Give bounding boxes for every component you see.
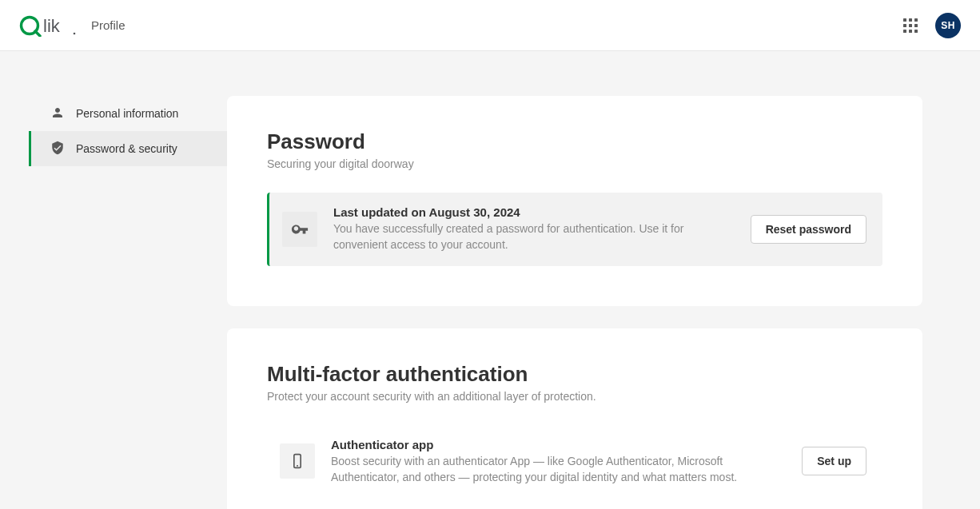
password-subtitle: Securing your digital doorway xyxy=(267,157,882,170)
svg-text:lik: lik xyxy=(43,16,61,36)
key-icon xyxy=(282,212,317,247)
page-title: Profile xyxy=(91,18,125,32)
app-header: lik Profile SH xyxy=(0,0,980,51)
sidebar-item-label: Personal information xyxy=(76,107,178,120)
password-status-text: Last updated on August 30, 2024 You have… xyxy=(333,205,735,253)
password-status-box: Last updated on August 30, 2024 You have… xyxy=(267,193,882,266)
password-status-desc: You have successfully created a password… xyxy=(333,221,735,253)
sidebar-item-password-security[interactable]: Password & security xyxy=(29,131,227,166)
phone-icon xyxy=(280,443,315,479)
header-right: SH xyxy=(900,13,961,38)
sidebar-item-label: Password & security xyxy=(76,142,177,155)
layout: Personal information Password & security… xyxy=(0,51,980,509)
main-content: Password Securing your digital doorway L… xyxy=(227,96,951,509)
password-status-title: Last updated on August 30, 2024 xyxy=(333,205,735,219)
app-launcher-icon[interactable] xyxy=(900,15,921,36)
svg-point-3 xyxy=(74,32,76,34)
mfa-subtitle: Protect your account security with an ad… xyxy=(267,390,882,403)
authenticator-app-desc: Boost security with an authenticator App… xyxy=(331,453,786,486)
authenticator-app-text: Authenticator app Boost security with an… xyxy=(331,438,786,486)
avatar[interactable]: SH xyxy=(935,13,961,38)
password-card: Password Securing your digital doorway L… xyxy=(227,96,922,306)
setup-mfa-button[interactable]: Set up xyxy=(802,447,866,475)
shield-icon xyxy=(50,141,65,157)
svg-line-1 xyxy=(35,31,40,36)
person-icon xyxy=(50,105,65,122)
authenticator-app-title: Authenticator app xyxy=(331,438,786,451)
password-heading: Password xyxy=(267,129,882,154)
sidebar: Personal information Password & security xyxy=(0,96,227,509)
header-left: lik Profile xyxy=(19,14,125,37)
sidebar-item-personal-information[interactable]: Personal information xyxy=(29,96,227,131)
reset-password-button[interactable]: Reset password xyxy=(751,215,866,244)
authenticator-app-box: Authenticator app Boost security with an… xyxy=(267,425,882,499)
mfa-card: Multi-factor authentication Protect your… xyxy=(227,328,922,509)
mfa-heading: Multi-factor authentication xyxy=(267,362,882,387)
qlik-logo[interactable]: lik xyxy=(19,14,77,37)
